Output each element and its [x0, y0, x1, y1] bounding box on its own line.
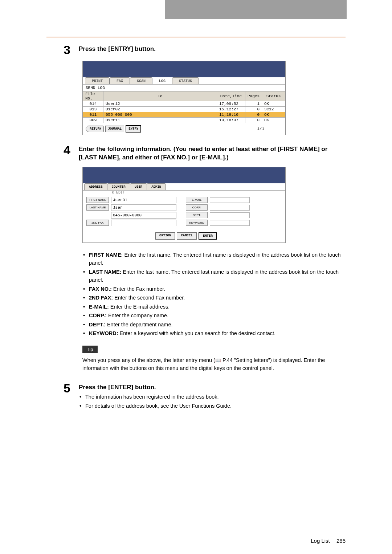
enter-button[interactable]: ENTER: [199, 232, 217, 240]
journal-button[interactable]: JOURNAL: [105, 126, 124, 132]
step-4: 4 Enter the following information. (You …: [64, 144, 346, 372]
col-datetime: Date,Time: [217, 91, 245, 101]
screenshot-send-log: PRINT FAX SCAN LOG STATUS SEND LOG File …: [82, 61, 286, 135]
ss2-button-row: OPTION CANCEL ENTER: [83, 231, 285, 243]
email-label[interactable]: E-MAIL: [186, 197, 208, 203]
page-footer: Log List 285: [311, 538, 346, 544]
list-item: FAX NO.: Enter the Fax number.: [82, 285, 346, 293]
book-icon: 📖: [215, 358, 221, 363]
list-item: FIRST NAME: Enter the first name. The en…: [82, 251, 346, 267]
tab-user[interactable]: USER: [130, 183, 147, 190]
secondfax-field[interactable]: [111, 220, 176, 226]
faxno-field[interactable]: 045-000-0000: [111, 212, 176, 219]
step-title: Press the [ENTRY] button.: [79, 45, 156, 53]
tip-box: Tip When you press any of the above, the…: [82, 346, 346, 372]
step-number: 4: [64, 144, 74, 156]
dept-label[interactable]: DEPT.: [186, 212, 208, 218]
list-item: For details of the address book, see the…: [79, 402, 232, 410]
ss1-subtitle: SEND LOG: [83, 84, 285, 91]
tab-admin[interactable]: ADMIN: [147, 183, 166, 190]
email-field[interactable]: [210, 197, 250, 203]
tab-status[interactable]: STATUS: [172, 77, 199, 84]
tab-address[interactable]: ADDRESS: [84, 183, 107, 190]
tab-log[interactable]: LOG: [152, 78, 172, 84]
tab-fax[interactable]: FAX: [110, 77, 130, 84]
list-item: DEPT.: Enter the department name.: [82, 321, 346, 329]
table-row-selected[interactable]: 011 055-000-000 11,18:10 0 OK: [83, 112, 285, 118]
footer-page: 285: [336, 538, 346, 544]
list-item: LAST NAME: Enter the last name. The ente…: [82, 268, 346, 284]
list-item: E-MAIL: Enter the E-mail address.: [82, 303, 346, 311]
bottom-divider: [46, 532, 346, 532]
ss2-subtitle: K EDIT: [83, 190, 285, 195]
col-pages: Pages: [245, 91, 262, 101]
col-to: To: [103, 91, 217, 101]
lastname-label[interactable]: LAST NAME: [86, 204, 109, 211]
ss1-top-bar: [83, 61, 285, 77]
firstname-field[interactable]: Jser01: [111, 197, 176, 203]
step-title: Press the [ENTER] button.: [79, 383, 232, 392]
tab-print[interactable]: PRINT: [85, 77, 110, 84]
address-form: FIRST NAME Jser01 E-MAIL LAST NAME Jser …: [83, 195, 285, 231]
keyword-label[interactable]: KEYWORD: [186, 220, 208, 226]
step-5: 5 Press the [ENTER] button. The informat…: [64, 382, 346, 411]
tab-counter[interactable]: COUNTER: [107, 183, 130, 190]
list-item: The information has been registered in t…: [79, 393, 232, 401]
step5-list: The information has been registered in t…: [79, 393, 232, 410]
option-button[interactable]: OPTION: [155, 232, 175, 240]
page-content: 3 Press the [ENTRY] button. PRINT FAX SC…: [64, 44, 346, 419]
step-number: 3: [64, 44, 74, 56]
ss1-button-row: RETURN JOURNAL ENTRY 1/1: [83, 123, 285, 135]
secondfax-label[interactable]: 2ND FAX: [86, 220, 109, 226]
firstname-label[interactable]: FIRST NAME: [86, 197, 109, 203]
keyword-field[interactable]: [210, 220, 250, 226]
list-item: 2ND FAX: Enter the second Fax number.: [82, 294, 346, 302]
screenshot-address-edit: ADDRESS COUNTER USER ADMIN K EDIT FIRST …: [82, 167, 286, 243]
tab-scan[interactable]: SCAN: [130, 77, 152, 84]
dept-field[interactable]: [210, 212, 250, 218]
field-description-list: FIRST NAME: Enter the first name. The en…: [82, 251, 346, 338]
col-fileno: File No.: [83, 91, 103, 101]
ss2-top-bar: [83, 167, 285, 183]
top-divider: [46, 37, 346, 37]
list-item: CORP.: Enter the company name.: [82, 311, 346, 319]
tip-text: When you press any of the above, the let…: [82, 356, 346, 372]
send-log-table: File No. To Date,Time Pages Status 014 U…: [83, 91, 285, 123]
col-status: Status: [262, 91, 285, 101]
return-button[interactable]: RETURN: [86, 126, 104, 132]
lastname-field[interactable]: Jser: [111, 204, 176, 211]
page-indicator: 1/1: [257, 127, 264, 131]
table-row[interactable]: 009 User11 10,18:07 0 OK: [83, 118, 285, 123]
cancel-button[interactable]: CANCEL: [177, 232, 196, 240]
step-3: 3 Press the [ENTRY] button. PRINT FAX SC…: [64, 44, 346, 135]
corp-field[interactable]: [210, 205, 250, 211]
corp-label[interactable]: CORP.: [186, 204, 208, 211]
footer-section: Log List: [311, 538, 330, 544]
step-title: Enter the following information. (You ne…: [79, 145, 346, 162]
tip-label: Tip: [82, 346, 98, 353]
table-row[interactable]: 013 User02 15,12:27 0 3C12: [83, 107, 285, 112]
entry-button[interactable]: ENTRY: [126, 125, 141, 133]
ss1-tabs: PRINT FAX SCAN LOG STATUS: [83, 77, 285, 84]
header-gray-bar: [165, 0, 347, 19]
list-item: KEYWORD: Enter a keyword with which you …: [82, 329, 346, 337]
table-row[interactable]: 014 User12 17,09:52 1 OK: [83, 101, 285, 107]
ss2-tabs: ADDRESS COUNTER USER ADMIN: [83, 183, 285, 190]
step-number: 5: [64, 382, 74, 394]
